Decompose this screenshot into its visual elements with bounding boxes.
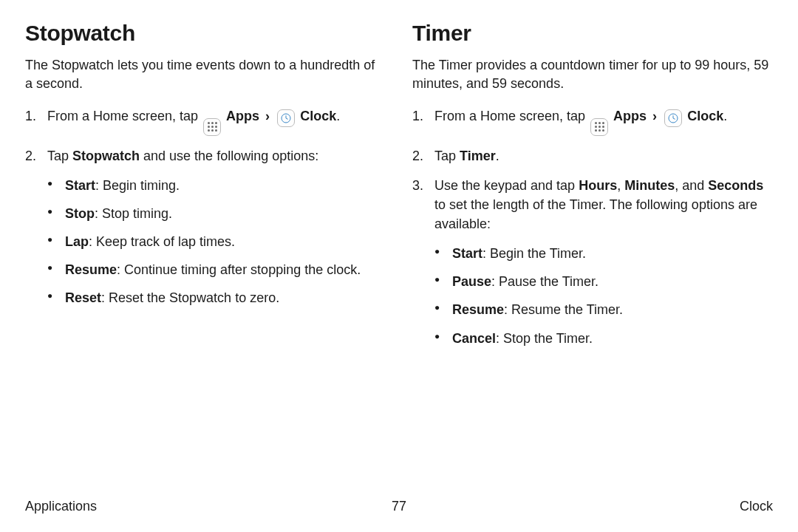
option-desc: : Keep track of lap times. [89, 234, 235, 249]
option-item: Resume: Resume the Timer. [434, 300, 773, 319]
chevron-right-icon: › [652, 109, 657, 123]
apps-label: Apps [226, 109, 259, 123]
step-text: From a Home screen, tap [434, 109, 589, 123]
stopwatch-bold: Stopwatch [72, 149, 140, 163]
step-text: , and [675, 178, 708, 193]
seconds-bold: Seconds [708, 178, 763, 193]
stopwatch-section: Stopwatch The Stopwatch lets you time ev… [25, 21, 386, 358]
timer-section: Timer The Timer provides a countdown tim… [412, 21, 773, 358]
option-term: Lap [65, 234, 89, 249]
step-item: Tap Stopwatch and use the following opti… [25, 146, 386, 308]
apps-icon [203, 118, 221, 136]
option-desc: : Begin the Timer. [482, 246, 586, 261]
period: . [723, 109, 727, 123]
footer-section-label: Applications [25, 499, 97, 514]
option-item: Start: Begin the Timer. [434, 244, 773, 263]
stopwatch-intro: The Stopwatch lets you time events down … [25, 56, 386, 93]
step-item: Use the keypad and tap Hours, Minutes, a… [412, 176, 773, 348]
clock-label: Clock [687, 109, 723, 123]
option-desc: : Stop the Timer. [496, 331, 593, 346]
chevron-right-icon: › [265, 109, 270, 123]
period: . [336, 109, 340, 123]
minutes-bold: Minutes [624, 178, 675, 193]
option-desc: : Stop timing. [95, 206, 172, 221]
option-desc: : Begin timing. [95, 178, 180, 193]
timer-steps: From a Home screen, tap Apps › Clock. Ta… [412, 106, 773, 347]
step-text: Tap [47, 149, 72, 163]
option-desc: : Resume the Timer. [504, 302, 623, 317]
option-item: Pause: Pause the Timer. [434, 272, 773, 291]
apps-icon [590, 118, 608, 136]
option-term: Pause [452, 274, 491, 289]
option-desc: : Pause the Timer. [491, 274, 598, 289]
option-desc: : Continue timing after stopping the clo… [117, 262, 361, 277]
clock-icon [277, 109, 295, 127]
step-text: Tap [434, 149, 460, 163]
option-term: Start [452, 246, 482, 261]
option-term: Stop [65, 206, 95, 221]
step-text: Use the keypad and tap [434, 178, 579, 193]
timer-bold: Timer [460, 149, 496, 163]
stopwatch-options: Start: Begin timing. Stop: Stop timing. … [47, 176, 386, 307]
option-desc: : Reset the Stopwatch to zero. [101, 290, 279, 305]
option-item: Start: Begin timing. [47, 176, 386, 195]
option-item: Stop: Stop timing. [47, 204, 386, 223]
timer-heading: Timer [412, 21, 773, 46]
option-term: Cancel [452, 331, 496, 346]
option-item: Resume: Continue timing after stopping t… [47, 260, 386, 279]
step-item: From a Home screen, tap Apps › Clock. [412, 106, 773, 136]
page-footer: Applications 77 Clock [25, 499, 773, 514]
option-term: Start [65, 178, 95, 193]
option-item: Cancel: Stop the Timer. [434, 329, 773, 348]
hours-bold: Hours [579, 178, 617, 193]
stopwatch-heading: Stopwatch [25, 21, 386, 46]
option-item: Lap: Keep track of lap times. [47, 232, 386, 251]
step-item: Tap Timer. [412, 146, 773, 166]
stopwatch-steps: From a Home screen, tap Apps › Clock. Ta… [25, 106, 386, 307]
step-item: From a Home screen, tap Apps › Clock. [25, 106, 386, 136]
timer-intro: The Timer provides a countdown timer for… [412, 56, 773, 93]
step-text: . [496, 149, 499, 163]
step-text: to set the length of the Timer. The foll… [434, 197, 757, 231]
timer-options: Start: Begin the Timer. Pause: Pause the… [434, 244, 773, 347]
apps-label: Apps [613, 109, 647, 123]
svg-line-2 [286, 118, 288, 119]
option-term: Resume [65, 262, 117, 277]
svg-line-5 [673, 118, 675, 119]
clock-label: Clock [300, 109, 336, 123]
option-item: Reset: Reset the Stopwatch to zero. [47, 288, 386, 307]
step-text: , [617, 178, 624, 193]
step-text: and use the following options: [140, 149, 318, 163]
footer-page-number: 77 [392, 499, 406, 514]
option-term: Resume [452, 302, 504, 317]
option-term: Reset [65, 290, 101, 305]
step-text: From a Home screen, tap [47, 109, 202, 123]
clock-icon [664, 109, 682, 127]
footer-topic-label: Clock [740, 499, 773, 514]
